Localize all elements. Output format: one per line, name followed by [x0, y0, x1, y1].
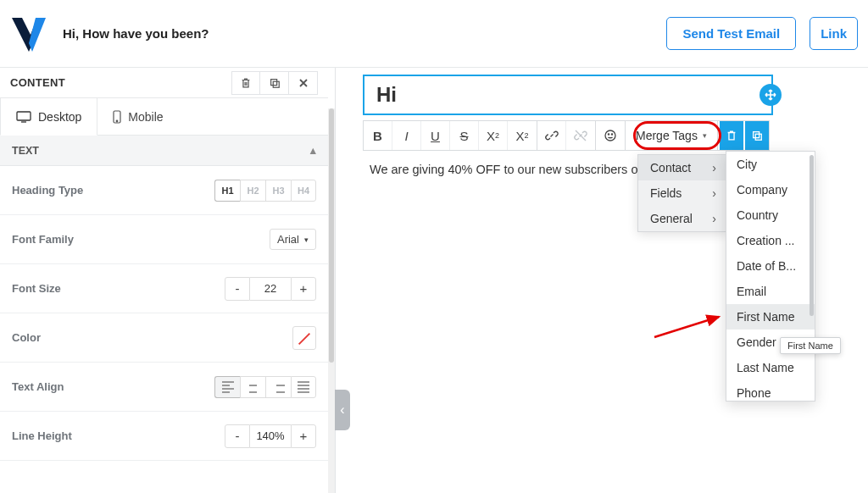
- font-size-value[interactable]: 22: [250, 277, 291, 301]
- tab-desktop[interactable]: Desktop: [0, 98, 97, 136]
- send-test-email-button[interactable]: Send Test Email: [666, 17, 796, 50]
- duplicate-block-button[interactable]: [745, 121, 769, 150]
- menu-item-email[interactable]: Email: [726, 279, 815, 304]
- copy-icon: [269, 77, 281, 89]
- merge-tags-contact-submenu: City Company Country Creation ... Date o…: [726, 151, 815, 402]
- heading-h1-option[interactable]: H1: [214, 180, 240, 202]
- underline-button[interactable]: U: [421, 121, 450, 150]
- menu-item-general[interactable]: General›: [638, 206, 726, 231]
- prop-line-height-label: Line Height: [12, 429, 72, 442]
- close-icon: [298, 78, 309, 88]
- line-height-stepper[interactable]: - 140% +: [225, 424, 316, 448]
- menu-item-last-name[interactable]: Last Name: [726, 355, 815, 380]
- heading-h3-option[interactable]: H3: [265, 180, 291, 202]
- italic-button[interactable]: I: [392, 121, 421, 150]
- selected-heading-block[interactable]: Hi: [363, 75, 773, 115]
- trash-icon: [240, 77, 252, 89]
- chevron-right-icon: ›: [712, 212, 716, 225]
- font-family-dropdown[interactable]: Arial ▾: [270, 229, 316, 250]
- tooltip: First Name: [780, 337, 841, 354]
- panel-title: CONTENT: [10, 76, 65, 89]
- merge-tags-button[interactable]: Merge Tags ▾: [626, 121, 718, 150]
- menu-item-creation[interactable]: Creation ...: [726, 228, 815, 253]
- menu-item-phone[interactable]: Phone: [726, 380, 815, 402]
- delete-element-button[interactable]: [231, 71, 260, 95]
- body-paragraph[interactable]: We are giving 40% OFF to our new subscri…: [370, 163, 655, 176]
- merge-tags-label: Merge Tags: [636, 129, 698, 142]
- strikethrough-button[interactable]: S: [450, 121, 479, 150]
- svg-point-6: [117, 120, 119, 122]
- prop-font-size-label: Font Size: [12, 282, 61, 295]
- section-title: TEXT: [12, 145, 39, 157]
- align-justify-button[interactable]: [291, 376, 316, 398]
- svg-marker-1: [29, 18, 46, 52]
- svg-point-7: [605, 130, 615, 141]
- font-size-increment[interactable]: +: [291, 277, 316, 301]
- merge-tags-category-menu: Contact› Fields› General›: [637, 154, 727, 232]
- superscript-button[interactable]: X2: [479, 121, 508, 150]
- unlink-button[interactable]: [566, 121, 595, 150]
- svg-rect-10: [754, 132, 760, 138]
- prop-heading-type-label: Heading Type: [12, 184, 83, 197]
- menu-item-dob[interactable]: Date of B...: [726, 253, 815, 279]
- chevron-right-icon: ›: [712, 186, 716, 200]
- prop-color-label: Color: [12, 331, 41, 344]
- emoji-button[interactable]: [596, 121, 625, 150]
- duplicate-element-button[interactable]: [260, 71, 289, 95]
- align-center-button[interactable]: [240, 376, 265, 398]
- chevron-right-icon: ›: [712, 161, 716, 174]
- tab-label: Desktop: [38, 110, 81, 124]
- menu-item-country[interactable]: Country: [726, 202, 815, 228]
- move-handle[interactable]: [760, 84, 782, 106]
- annotation-arrow: [649, 310, 726, 344]
- delete-block-button[interactable]: [720, 121, 743, 150]
- font-size-stepper[interactable]: - 22 +: [225, 277, 316, 301]
- menu-item-city[interactable]: City: [726, 152, 815, 177]
- chevron-down-icon: ▾: [703, 131, 707, 140]
- line-height-value[interactable]: 140%: [250, 424, 291, 448]
- trash-icon: [726, 130, 737, 141]
- font-size-decrement[interactable]: -: [225, 277, 250, 301]
- heading-h2-option[interactable]: H2: [240, 180, 265, 202]
- line-height-decrement[interactable]: -: [225, 424, 250, 448]
- svg-rect-2: [270, 79, 276, 85]
- link-insert-button[interactable]: [537, 121, 566, 150]
- menu-item-company[interactable]: Company: [726, 177, 815, 202]
- tab-mobile[interactable]: Mobile: [97, 98, 178, 135]
- svg-rect-4: [17, 112, 31, 120]
- unlink-icon: [574, 129, 587, 142]
- align-left-button[interactable]: [214, 376, 240, 398]
- line-height-increment[interactable]: +: [291, 424, 316, 448]
- mobile-icon: [113, 110, 121, 124]
- heading-type-selector[interactable]: H1 H2 H3 H4: [214, 180, 316, 202]
- copy-icon: [751, 130, 763, 141]
- section-head-text[interactable]: TEXT ▴: [0, 136, 328, 166]
- subscript-button[interactable]: X2: [508, 121, 537, 150]
- smile-icon: [604, 129, 617, 142]
- link-button[interactable]: Link: [810, 17, 858, 50]
- desktop-icon: [16, 111, 31, 123]
- text-toolbar: B I U S X2 X2 Merge Tags ▾: [363, 120, 770, 151]
- tab-label: Mobile: [128, 110, 163, 124]
- app-logo: [10, 14, 51, 53]
- link-icon: [545, 129, 559, 142]
- menu-item-first-name[interactable]: First Name: [726, 304, 815, 330]
- svg-point-9: [611, 134, 612, 135]
- close-panel-button[interactable]: [289, 71, 318, 95]
- bold-button[interactable]: B: [364, 121, 392, 150]
- menu-item-contact[interactable]: Contact›: [638, 155, 726, 180]
- move-icon: [765, 89, 776, 101]
- align-right-button[interactable]: [265, 376, 291, 398]
- page-title: Hi, How have you been?: [63, 25, 209, 42]
- chevron-down-icon: ▾: [304, 235, 309, 244]
- svg-line-12: [654, 317, 719, 337]
- heading-h4-option[interactable]: H4: [291, 180, 316, 202]
- svg-rect-3: [273, 81, 279, 87]
- menu-item-fields[interactable]: Fields›: [638, 180, 726, 206]
- font-family-value: Arial: [277, 233, 299, 246]
- color-picker[interactable]: [292, 326, 316, 350]
- heading-text[interactable]: Hi: [376, 83, 397, 107]
- sidebar-scrollbar[interactable]: [328, 108, 335, 493]
- submenu-scrollbar[interactable]: [810, 155, 814, 397]
- chevron-up-icon: ▴: [310, 144, 316, 157]
